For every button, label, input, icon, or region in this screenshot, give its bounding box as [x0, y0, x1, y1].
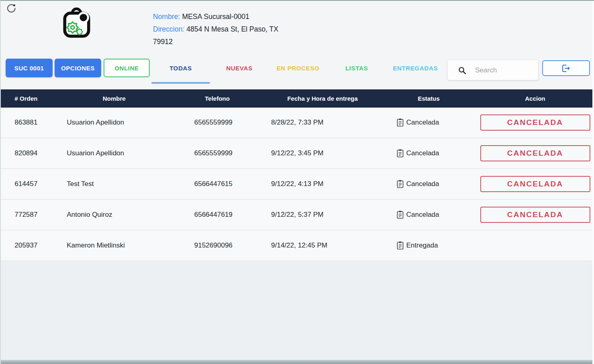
search-input[interactable]: [475, 66, 532, 74]
order-filter-tabs: TODAS NUEVAS EN PROCESO LISTAS ENTREGADA…: [151, 59, 445, 84]
column-header-telefono: Telefono: [171, 95, 264, 102]
tab-entregadas[interactable]: ENTREGADAS: [386, 59, 445, 84]
table-header: # Orden Nombre Telefono Fecha y Hora de …: [1, 89, 594, 108]
tab-en-proceso[interactable]: EN PROCESO: [269, 59, 327, 84]
table-row: 614457 Test Test 6566447615 9/12/22, 4:1…: [1, 169, 594, 200]
suc-0001-button[interactable]: SUC 0001: [6, 59, 53, 77]
store-name-line: Nombre: MESA Sucursal-0001: [153, 11, 298, 23]
order-status-icon: [397, 149, 404, 158]
action-button[interactable]: CANCELADA: [480, 114, 590, 131]
cell-status: Cancelada: [381, 118, 476, 127]
empty-table-area: [1, 261, 594, 360]
cell-phone: 6565559999: [171, 149, 264, 157]
store-address-line: Direccion: 4854 N Mesa St, El Paso, TX 7…: [153, 23, 298, 48]
table-body: 863881 Usuarion Apellidon 6565559999 8/2…: [1, 108, 594, 261]
cell-name: Kameron Mietlinski: [57, 241, 171, 250]
cell-order: 614457: [1, 180, 57, 188]
store-info: Nombre: MESA Sucursal-0001 Direccion: 48…: [153, 11, 298, 48]
cell-action: CANCELADA: [476, 145, 594, 161]
tab-nuevas[interactable]: NUEVAS: [210, 59, 269, 84]
cell-order: 863881: [1, 119, 57, 127]
order-status-icon: [397, 180, 404, 188]
column-header-fecha: Fecha y Hora de entrega: [264, 95, 381, 102]
shopping-bag-logo: [61, 4, 92, 41]
search-box[interactable]: [448, 60, 538, 80]
online-status-button[interactable]: ONLINE: [104, 59, 150, 77]
cell-name: Test Test: [57, 180, 171, 188]
status-label: Cancelada: [406, 211, 439, 219]
cell-status: Cancelada: [381, 210, 476, 219]
cell-name: Antonio Quiroz: [57, 211, 171, 219]
tab-todas[interactable]: TODAS: [151, 59, 210, 84]
table-row: 205937 Kameron Mietlinski 9152690096 9/1…: [1, 231, 594, 261]
logout-icon: [561, 63, 571, 73]
cell-action: CANCELADA: [476, 207, 594, 223]
store-name-label: Nombre:: [153, 13, 180, 21]
table-row: 772587 Antonio Quiroz 6566447619 9/12/22…: [1, 200, 594, 231]
cell-action: CANCELADA: [476, 114, 594, 131]
order-status-icon: [397, 210, 404, 219]
action-button[interactable]: CANCELADA: [480, 176, 590, 192]
cell-status: Entregada: [381, 241, 476, 250]
cell-order: 772587: [1, 211, 57, 219]
cell-phone: 6565559999: [171, 119, 264, 127]
table-row: 820894 Usuarion Apellidon 6565559999 9/1…: [1, 138, 594, 169]
action-button[interactable]: CANCELADA: [480, 145, 590, 161]
status-label: Entregada: [406, 241, 438, 250]
status-label: Cancelada: [406, 149, 439, 157]
toolbar: SUC 0001 OPCIONES ONLINE TODAS NUEVAS EN…: [1, 59, 594, 84]
column-header-orden: # Orden: [1, 95, 57, 102]
cell-phone: 6566447615: [171, 180, 264, 188]
cell-status: Cancelada: [381, 149, 476, 158]
status-label: Cancelada: [406, 180, 439, 188]
cell-status: Cancelada: [381, 180, 476, 188]
column-header-estatus: Estatus: [381, 95, 476, 102]
cell-datetime: 9/12/22, 4:13 PM: [264, 180, 381, 188]
store-address-label: Direccion:: [153, 25, 185, 33]
order-status-icon: [397, 118, 404, 127]
action-button[interactable]: CANCELADA: [480, 207, 590, 223]
cell-name: Usuarion Apellidon: [57, 149, 171, 157]
app-window: Nombre: MESA Sucursal-0001 Direccion: 48…: [0, 0, 594, 364]
cell-order: 205937: [1, 241, 57, 250]
table-row: 863881 Usuarion Apellidon 6565559999 8/2…: [1, 108, 594, 138]
bag-gear-icon: [61, 4, 92, 40]
column-header-accion: Accion: [476, 95, 594, 102]
cell-phone: 9152690096: [171, 241, 264, 250]
window-bottom-edge: [1, 360, 594, 364]
cell-order: 820894: [1, 149, 57, 157]
refresh-icon[interactable]: [6, 3, 18, 15]
cell-phone: 6566447619: [171, 211, 264, 219]
opciones-button[interactable]: OPCIONES: [55, 59, 101, 77]
window-right-edge: [592, 1, 594, 364]
cell-datetime: 8/28/22, 7:33 PM: [264, 119, 381, 127]
order-status-icon: [397, 241, 404, 250]
cell-datetime: 9/12/22, 5:37 PM: [264, 211, 381, 219]
store-name-value: MESA Sucursal-0001: [182, 13, 249, 21]
status-label: Cancelada: [406, 119, 439, 127]
search-icon: [458, 66, 466, 74]
cell-action: CANCELADA: [476, 176, 594, 192]
cell-name: Usuarion Apellidon: [57, 119, 171, 127]
cell-datetime: 9/14/22, 12:45 PM: [264, 241, 381, 250]
tab-listas[interactable]: LISTAS: [327, 59, 386, 84]
refresh-icon-glyph: [6, 3, 17, 14]
cell-datetime: 9/12/22, 3:45 PM: [264, 149, 381, 157]
logout-button[interactable]: [542, 60, 590, 76]
column-header-nombre: Nombre: [57, 95, 171, 102]
